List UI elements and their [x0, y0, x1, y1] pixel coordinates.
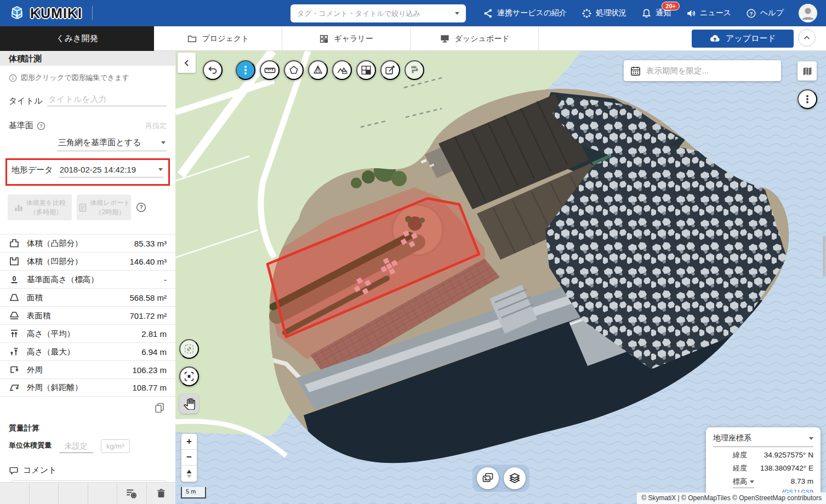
measure-distance-tool-button[interactable] [260, 60, 280, 80]
basemap-toggle-button[interactable] [797, 61, 817, 81]
tilt-button[interactable] [181, 466, 197, 482]
dots-vertical-icon [240, 65, 251, 76]
tab-projects[interactable]: プロジェクト [154, 26, 282, 51]
search-input[interactable] [297, 9, 455, 18]
focus-selection-button[interactable] [179, 366, 199, 386]
collapse-header-button[interactable] [798, 29, 816, 47]
concave-icon [9, 256, 21, 267]
terrain-data-select[interactable]: 2018-02-25 14:42:19 [59, 165, 164, 177]
terrain-data-label: 地形データ [12, 165, 53, 177]
notifications-link[interactable]: 通知 20+ [641, 8, 671, 19]
image-compare-tool-button[interactable] [356, 60, 376, 80]
workspace-tab[interactable]: くみき開発 [0, 26, 154, 51]
chevron-down-icon [809, 437, 813, 440]
toolbar-cell-2[interactable] [30, 483, 59, 504]
news-label: ニュース [700, 8, 731, 18]
help-circle-icon[interactable]: ? [136, 202, 146, 213]
date-filter[interactable] [624, 60, 781, 81]
slant-perimeter-icon [9, 382, 21, 393]
edit-shape-tool-button[interactable] [380, 60, 400, 80]
user-avatar[interactable] [799, 4, 817, 22]
imagery-button[interactable] [477, 467, 499, 489]
toolbar-cell-3[interactable] [59, 483, 88, 504]
speaker-icon [686, 8, 696, 19]
altitude-select[interactable]: 標高 [733, 477, 754, 488]
topbar-links: 連携サービスの紹介 処理状況 通知 20+ ニュース [483, 4, 817, 22]
paint-format-icon [408, 64, 420, 76]
layers-button[interactable] [504, 467, 526, 489]
expand-arrows-icon [183, 343, 195, 355]
bar-chart-icon [14, 203, 24, 213]
chevron-down-icon [750, 480, 754, 483]
hand-icon [184, 398, 195, 410]
paint-format-tool-button[interactable] [405, 60, 424, 80]
compare-volume-button[interactable]: 体積差を比較（多時期） [8, 194, 72, 220]
news-link[interactable]: ニュース [686, 8, 731, 19]
volume-actions: 体積差を比較（多時期） 体積レポート（2時期） ? [8, 194, 168, 220]
zoom-in-button[interactable]: + [181, 434, 197, 450]
help-link[interactable]: ? ヘルプ [746, 8, 784, 19]
stat-row: 体積（凸部分） 85.33 m³ [0, 234, 175, 252]
upload-button[interactable]: アップロード [692, 30, 794, 48]
scrollbar-thumb[interactable] [823, 236, 825, 277]
longitude-value: 138.3809742° E [747, 464, 813, 472]
cloud-upload-icon [709, 33, 721, 44]
cone-icon [312, 64, 324, 76]
service-intro-link[interactable]: 連携サービスの紹介 [483, 8, 567, 19]
toolbar-cell-4[interactable] [88, 483, 118, 504]
terrain-profile-tool-button[interactable] [332, 60, 352, 80]
base-plane-label: 基準面 [9, 121, 33, 131]
toggle-visibility-list-button[interactable] [117, 483, 147, 504]
volume-report-button[interactable]: 体積レポート（2時期） [77, 194, 131, 220]
select-tool-button[interactable] [236, 60, 255, 80]
base-plane-select[interactable]: 三角網を基準面とする [57, 138, 167, 151]
chevron-left-icon [183, 59, 191, 67]
height-average-icon [9, 328, 21, 339]
svg-text:?: ? [139, 204, 143, 210]
copy-icon[interactable] [153, 402, 166, 414]
title-input[interactable] [47, 93, 167, 106]
stat-row: 体積（凹部分） 146.40 m³ [0, 252, 175, 270]
stat-row: 外周（斜距離） 108.77 m [0, 379, 175, 397]
map-canvas[interactable]: + − 5 m 地理座標系 緯度 34.9257575° N [175, 51, 826, 504]
pan-tool-button[interactable] [179, 394, 199, 414]
collapse-sidebar-button[interactable] [178, 53, 196, 73]
processing-status-link[interactable]: 処理状況 [582, 8, 626, 19]
sidebar-toolbar [0, 482, 175, 504]
panel-title: 体積計測 [0, 51, 175, 66]
chevron-down-icon [455, 12, 459, 15]
unit-mass-unit: kg/m³ [101, 439, 130, 453]
date-filter-input[interactable] [646, 66, 775, 75]
person-icon [799, 4, 817, 22]
volume-panel: 体積計測 図形クリックで図形編集できます タイトル 基準面 ? 再指定 三角網を… [0, 51, 175, 504]
coordinate-system-select[interactable]: 地理座標系 [713, 433, 813, 447]
tab-gallery[interactable]: ギャラリー [282, 26, 411, 51]
undo-tool-button[interactable] [203, 60, 223, 80]
map-options-button[interactable] [797, 89, 817, 109]
kumiki-logo[interactable]: KUMIKI [9, 5, 82, 21]
calendar-icon [630, 65, 641, 77]
delete-button[interactable] [147, 483, 176, 504]
processing-icon [582, 8, 592, 19]
info-icon [9, 74, 17, 82]
comment-label: コメント [23, 465, 56, 476]
upload-label: アップロード [726, 33, 776, 44]
question-icon[interactable]: ? [37, 122, 45, 130]
global-search[interactable] [290, 4, 466, 22]
respecify-link[interactable]: 再指定 [145, 121, 167, 131]
toolbar-cell-1[interactable] [0, 483, 30, 504]
kumiki-app: KUMIKI 連携サービスの紹介 処理状況 [0, 0, 826, 504]
terrain-data-value: 2018-02-25 14:42:19 [60, 165, 136, 174]
measure-area-tool-button[interactable] [284, 60, 304, 80]
height-max-icon [9, 346, 21, 357]
tab-dashboard[interactable]: ダッシュボード [411, 26, 539, 51]
stat-row: 外周 106.23 m [0, 360, 175, 379]
base-plane-row: 基準面 ? 再指定 [9, 121, 167, 131]
zoom-out-button[interactable]: − [181, 450, 197, 466]
measure-volume-tool-button[interactable] [308, 60, 328, 80]
area-icon [9, 292, 21, 303]
surface-area-icon [9, 310, 21, 321]
fit-extent-button[interactable] [179, 339, 199, 359]
unit-mass-input[interactable] [59, 442, 93, 453]
stat-row: 面積 568.58 m² [0, 288, 175, 306]
